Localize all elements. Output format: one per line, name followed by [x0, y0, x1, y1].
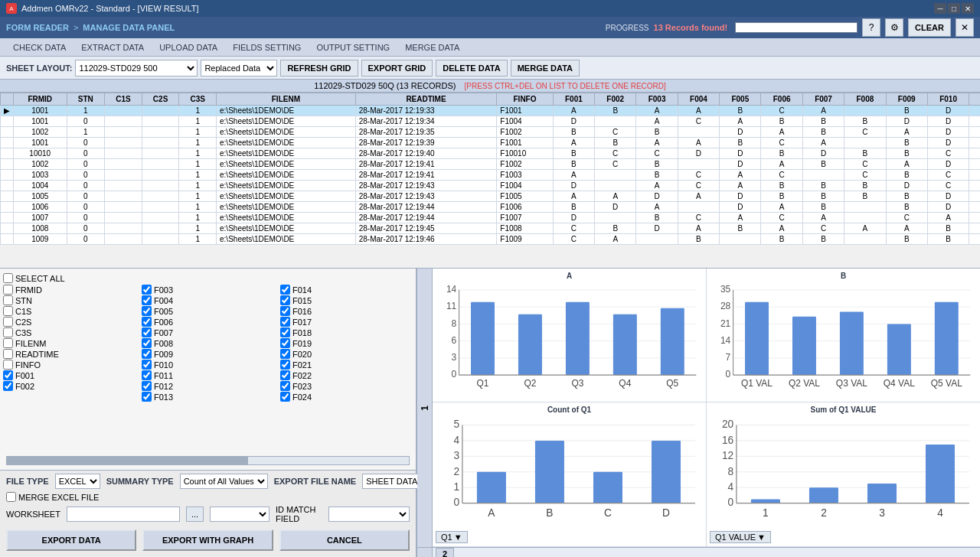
field-checkbox-input-f013[interactable] [142, 392, 152, 402]
id-match-select[interactable] [328, 507, 410, 522]
field-checkbox-input-f019[interactable] [280, 338, 290, 348]
menu-check-data[interactable]: CHECK DATA [6, 40, 73, 55]
field-checkbox-input-f009[interactable] [142, 349, 152, 359]
field-checkbox-input-stn[interactable] [3, 295, 13, 305]
field-checkbox-f019[interactable]: F019 [280, 338, 413, 348]
table-row[interactable]: ▶100111e:\Sheets\1DEMO\DE28-Mar-2017 12:… [1, 106, 981, 116]
field-checkbox-input-f001[interactable] [3, 370, 13, 380]
field-checkbox-f013[interactable]: F013 [142, 392, 274, 402]
field-checkbox-finfo[interactable]: FINFO [3, 360, 136, 370]
menu-output-setting[interactable]: OUTPUT SETTING [309, 40, 397, 55]
field-checkbox-stn[interactable]: STN [3, 295, 136, 305]
data-type-select[interactable]: Replaced Data Original Data [201, 60, 277, 77]
field-checkbox-f001[interactable]: F001 [3, 370, 136, 380]
export-grid-button[interactable]: EXPORT GRID [361, 60, 433, 77]
field-checkbox-input-c1s[interactable] [3, 306, 13, 316]
sheet-layout-select[interactable]: 112029-STD029 500 [75, 60, 198, 77]
field-checkbox-f015[interactable]: F015 [280, 295, 413, 305]
table-row[interactable]: 100101e:\Sheets\1DEMO\DE28-Mar-2017 12:1… [1, 138, 981, 148]
field-checkbox-f024[interactable]: F024 [280, 392, 413, 402]
field-checkbox-input-f003[interactable] [142, 285, 152, 295]
field-checkbox-f022[interactable]: F022 [280, 370, 413, 380]
field-checkbox-input-f008[interactable] [142, 338, 152, 348]
delete-data-button[interactable]: DELETE DATA [436, 60, 507, 77]
field-checkbox-input-readtime[interactable] [3, 349, 13, 359]
select-all-checkbox[interactable]: SELECT ALL [3, 273, 65, 283]
field-checkbox-f020[interactable]: F020 [280, 349, 413, 359]
menu-merge-data[interactable]: MERGE DATA [398, 40, 466, 55]
table-row[interactable]: 100101e:\Sheets\1DEMO\DE28-Mar-2017 12:1… [1, 116, 981, 127]
summary-type-select[interactable]: Count of All Values [180, 474, 268, 489]
field-checkbox-input-f015[interactable] [280, 295, 290, 305]
field-checkbox-input-c3s[interactable] [3, 327, 13, 337]
maximize-button[interactable]: □ [948, 3, 960, 14]
field-checkbox-input-f022[interactable] [280, 370, 290, 380]
table-row[interactable]: 100701e:\Sheets\1DEMO\DE28-Mar-2017 12:1… [1, 213, 981, 223]
table-row[interactable]: 100201e:\Sheets\1DEMO\DE28-Mar-2017 12:1… [1, 159, 981, 170]
export-with-graph-button[interactable]: EXPORT WITH GRAPH [142, 529, 273, 551]
field-checkbox-input-f020[interactable] [280, 349, 290, 359]
field-checkbox-input-f002[interactable] [3, 381, 13, 391]
data-grid-container[interactable]: FRMID STN C1S C2S C3S FILENM READTIME FI… [0, 93, 980, 269]
field-checkbox-filenm[interactable]: FILENM [3, 338, 136, 348]
table-row[interactable]: 1001001e:\Sheets\1DEMO\DE28-Mar-2017 12:… [1, 148, 981, 159]
export-data-button[interactable]: EXPORT DATA [6, 529, 136, 551]
nav-close-button[interactable]: ✕ [956, 18, 974, 37]
field-checkbox-f005[interactable]: F005 [142, 306, 274, 316]
field-checkbox-input-f023[interactable] [280, 381, 290, 391]
clear-button[interactable]: CLEAR [908, 18, 951, 37]
field-checkbox-input-f011[interactable] [142, 370, 152, 380]
field-checkbox-f010[interactable]: F010 [142, 360, 274, 370]
field-checkbox-c3s[interactable]: C3S [3, 327, 136, 337]
field-checkbox-f021[interactable]: F021 [280, 360, 413, 370]
table-row[interactable]: 100301e:\Sheets\1DEMO\DE28-Mar-2017 12:1… [1, 170, 981, 181]
table-row[interactable]: 100211e:\Sheets\1DEMO\DE28-Mar-2017 12:1… [1, 127, 981, 138]
field-checkbox-input-filenm[interactable] [3, 338, 13, 348]
field-checkbox-f016[interactable]: F016 [280, 306, 413, 316]
field-checkbox-frmid[interactable]: FRMID [3, 285, 136, 295]
field-checkbox-c2s[interactable]: C2S [3, 317, 136, 327]
field-checkbox-input-f005[interactable] [142, 306, 152, 316]
worksheet-browse-button[interactable]: ... [186, 507, 204, 522]
menu-fields-setting[interactable]: FIELDS SETTING [226, 40, 308, 55]
chart-c-dropdown[interactable]: Q1 ▼ [436, 531, 468, 543]
menu-extract-data[interactable]: EXTRACT DATA [74, 40, 151, 55]
field-checkbox-f004[interactable]: F004 [142, 295, 274, 305]
horizontal-scrollbar[interactable] [6, 456, 410, 465]
chart-d-dropdown[interactable]: Q1 VALUE ▼ [710, 531, 771, 543]
field-checkbox-f008[interactable]: F008 [142, 338, 274, 348]
field-checkbox-f023[interactable]: F023 [280, 381, 413, 391]
field-checkbox-f011[interactable]: F011 [142, 370, 274, 380]
field-checkbox-f006[interactable]: F006 [142, 317, 274, 327]
merge-excel-input[interactable] [6, 492, 16, 502]
worksheet-select[interactable] [210, 507, 270, 522]
file-type-select[interactable]: EXCEL [55, 474, 100, 489]
tab-1[interactable]: 1 [417, 269, 433, 547]
minimize-button[interactable]: ─ [934, 3, 946, 14]
merge-data-button[interactable]: MERGE DATA [511, 60, 580, 77]
field-checkbox-input-f012[interactable] [142, 381, 152, 391]
table-row[interactable]: 100501e:\Sheets\1DEMO\DE28-Mar-2017 12:1… [1, 191, 981, 202]
tab-2[interactable]: 2 [436, 548, 454, 557]
field-checkbox-f007[interactable]: F007 [142, 327, 274, 337]
help-button[interactable]: ? [862, 18, 880, 37]
close-window-button[interactable]: ✕ [962, 3, 974, 14]
settings-button[interactable]: ⚙ [885, 18, 903, 37]
table-row[interactable]: 100401e:\Sheets\1DEMO\DE28-Mar-2017 12:1… [1, 181, 981, 191]
field-checkbox-f009[interactable]: F009 [142, 349, 274, 359]
select-all-input[interactable] [3, 273, 13, 283]
field-checkbox-input-frmid[interactable] [3, 285, 13, 295]
field-checkbox-input-c2s[interactable] [3, 317, 13, 327]
field-checkbox-c1s[interactable]: C1S [3, 306, 136, 316]
field-checkbox-input-f024[interactable] [280, 392, 290, 402]
merge-excel-checkbox[interactable]: MERGE EXCEL FILE [6, 492, 99, 502]
menu-upload-data[interactable]: UPLOAD DATA [152, 40, 224, 55]
field-checkbox-f002[interactable]: F002 [3, 381, 136, 391]
field-checkbox-readtime[interactable]: READTIME [3, 349, 136, 359]
field-checkbox-input-f007[interactable] [142, 327, 152, 337]
table-row[interactable]: 100901e:\Sheets\1DEMO\DE28-Mar-2017 12:1… [1, 234, 981, 245]
field-checkbox-input-f006[interactable] [142, 317, 152, 327]
refresh-grid-button[interactable]: REFRESH GRID [280, 60, 358, 77]
field-checkbox-input-f016[interactable] [280, 306, 290, 316]
field-checkbox-f018[interactable]: F018 [280, 327, 413, 337]
